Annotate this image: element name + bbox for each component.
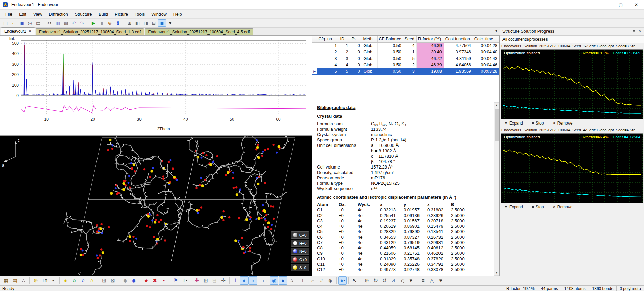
find-icon[interactable]: ◎ <box>26 19 34 27</box>
layout-horizontal-icon[interactable]: ◨ <box>142 19 150 27</box>
polyhedron-blue-icon[interactable]: ◆ <box>130 276 138 285</box>
stop-button[interactable]: ■Stop <box>532 205 544 209</box>
legend-item-o0[interactable]: O+0 <box>291 256 309 263</box>
expand-grid-icon[interactable]: ⊞ <box>201 276 210 285</box>
open-icon[interactable]: ▱ <box>10 19 18 27</box>
sphere-mode-icon[interactable]: ● <box>240 276 249 285</box>
axes-icon[interactable]: ⊥ <box>231 276 240 285</box>
cloud-mode-icon[interactable]: ◗ <box>249 276 257 285</box>
layout-single-icon[interactable]: ⊞ <box>126 19 133 27</box>
config-row-4[interactable]: 440Glob.0.50246.394.8406600:04:46 <box>312 62 499 68</box>
progress-chart-1[interactable]: Optimization finished. R-factor=19.1% Co… <box>501 49 643 119</box>
tab-2[interactable]: Endeavour1_Solution_20251217_100604_Seed… <box>145 28 253 35</box>
config-row-3[interactable]: 330Glob.0.50546.724.8115900:04:43 <box>312 55 499 62</box>
bibliographic-scrollbar[interactable]: ▲ ▼ <box>494 102 499 276</box>
menu-view[interactable]: View <box>30 10 46 18</box>
tab-list-dropdown-icon[interactable]: ▼ <box>495 29 498 33</box>
legend-item-c0[interactable]: C+0 <box>291 231 309 239</box>
remove-button[interactable]: ✕Remove <box>553 121 572 126</box>
constrain-icon[interactable]: ◁ <box>398 276 406 285</box>
config-table[interactable]: Cfg. no.IDP-...Meth...CF-BalanceSeedR-fa… <box>312 36 499 75</box>
config-row-5[interactable]: ▶550Glob.0.50319.081.9356900:03:28 <box>312 68 499 74</box>
corner-icon[interactable]: ⌐ <box>308 276 317 285</box>
tab-0[interactable]: Endeavour1✕ <box>1 27 35 35</box>
wizard-icon[interactable]: ⊛ <box>106 19 114 27</box>
layout-table-icon[interactable]: ⊟ <box>150 19 158 27</box>
run-icon[interactable]: ▶ <box>90 19 98 27</box>
crystal-structure-panel[interactable]: ca C+0H+0N+0O+0S+0 <box>0 136 312 276</box>
cut-icon[interactable]: ✂ <box>46 19 53 27</box>
lattice-icon[interactable]: ⊞ <box>100 276 108 285</box>
sphere2-mode-icon[interactable]: ● <box>279 276 287 285</box>
polyhedron-icon[interactable]: ◆ <box>121 276 129 285</box>
copy-icon[interactable]: ▥ <box>54 19 62 27</box>
rotate-ccw-icon[interactable]: ↺ <box>380 276 389 285</box>
legend-item-s0[interactable]: S+0 <box>291 264 309 271</box>
expand-button[interactable]: ▼Expand <box>504 205 523 209</box>
print-icon[interactable]: ▤ <box>34 19 42 27</box>
maximize-button[interactable]: ▢ <box>613 0 628 9</box>
flag-icon[interactable]: ⚑ <box>172 276 180 285</box>
circle-mode-icon[interactable]: ◉ <box>270 276 278 285</box>
measure-icon[interactable]: ≡ <box>419 276 427 285</box>
add-molecules-icon[interactable]: ⊕ <box>31 276 40 285</box>
paste-icon[interactable]: ▧ <box>62 19 70 27</box>
menu-edit[interactable]: Edit <box>16 10 30 18</box>
rotate-cw-icon[interactable]: ↻ <box>371 276 380 285</box>
tab-close-icon[interactable]: ✕ <box>29 29 31 33</box>
unit-cell-icon[interactable]: ▦ <box>2 276 10 285</box>
menu-build[interactable]: Build <box>95 10 111 18</box>
menu-tools[interactable]: Tools <box>131 10 148 18</box>
pin-icon[interactable] <box>632 29 636 33</box>
pointer-icon[interactable]: ↖ <box>350 276 359 285</box>
atom-sphere-icon[interactable]: ● <box>61 276 70 285</box>
undo-icon[interactable]: ↶ <box>70 19 78 27</box>
scroll-up-icon[interactable]: ▲ <box>494 102 500 108</box>
tab-1[interactable]: Endeavour1_Solution_20251217_100604_Seed… <box>36 28 144 35</box>
layout-split-icon[interactable]: ◧ <box>134 19 142 27</box>
translate-icon[interactable]: ✛ <box>219 276 228 285</box>
spray-red-icon[interactable]: ★ <box>142 276 150 285</box>
add-atom-icon[interactable]: +o <box>40 276 49 285</box>
molecule-chain-icon[interactable]: ∴ <box>19 276 28 285</box>
save-icon[interactable]: ▣ <box>18 19 26 27</box>
toolbar-options-icon[interactable]: ▾ <box>166 19 174 27</box>
layout-3d-icon[interactable]: ▣ <box>158 19 166 27</box>
menu-structure[interactable]: Structure <box>71 10 95 18</box>
waves-icon[interactable]: ≈ <box>287 276 296 285</box>
network-icon[interactable]: ⊠ <box>109 276 117 285</box>
contract-grid-icon[interactable]: ⊟ <box>210 276 219 285</box>
legend-item-n0[interactable]: N+0 <box>291 248 309 255</box>
remove-button[interactable]: ✕Remove <box>553 205 572 209</box>
process-filter-dropdown[interactable]: All documents/processes <box>500 36 644 43</box>
scroll-down-icon[interactable]: ▼ <box>494 270 500 276</box>
menu-file[interactable]: File <box>2 10 16 18</box>
expand-button[interactable]: ▼Expand <box>504 121 523 126</box>
info-icon[interactable]: ℹ <box>114 19 122 27</box>
menu-window[interactable]: Window <box>148 10 170 18</box>
burst-red-icon[interactable]: ✖ <box>151 276 159 285</box>
crystal-canvas[interactable]: ca <box>0 136 312 275</box>
target-icon[interactable]: ◈ <box>326 276 335 285</box>
delete-atom-icon[interactable]: ▪ <box>49 276 58 285</box>
packing-icon[interactable]: ▤ <box>10 276 19 285</box>
menu-diffraction[interactable]: Diffraction <box>46 10 71 18</box>
config-row-1[interactable]: 110Glob.0.50446.394.7750400:04:28 <box>312 42 499 49</box>
view-options-icon[interactable]: ▾ <box>407 276 415 285</box>
decorate-icon[interactable]: ✚ <box>193 276 201 285</box>
hash-icon[interactable]: # <box>317 276 326 285</box>
menu-help[interactable]: Help <box>170 10 186 18</box>
new-icon[interactable]: ▢ <box>2 19 9 27</box>
minimize-button[interactable]: — <box>597 0 613 9</box>
pause-icon[interactable]: ▮ <box>98 19 106 27</box>
diffraction-pattern-panel[interactable]: 1020304050600100200300400500Int.2Theta <box>0 36 312 136</box>
menu-picture[interactable]: Picture <box>111 10 131 18</box>
angle-bracket-icon[interactable]: ∟ <box>300 276 308 285</box>
box-select-icon[interactable]: ▭ <box>261 276 270 285</box>
legend-item-h0[interactable]: H+0 <box>291 240 309 247</box>
ring-green-icon[interactable]: ○ <box>70 276 79 285</box>
stop-button[interactable]: ■Stop <box>532 121 544 126</box>
xrd-plot[interactable]: 1020304050600100200300400500Int.2Theta <box>0 36 312 135</box>
panel-close-icon[interactable]: ✕ <box>639 29 642 34</box>
text-tool-icon[interactable]: T▾ <box>180 276 189 285</box>
